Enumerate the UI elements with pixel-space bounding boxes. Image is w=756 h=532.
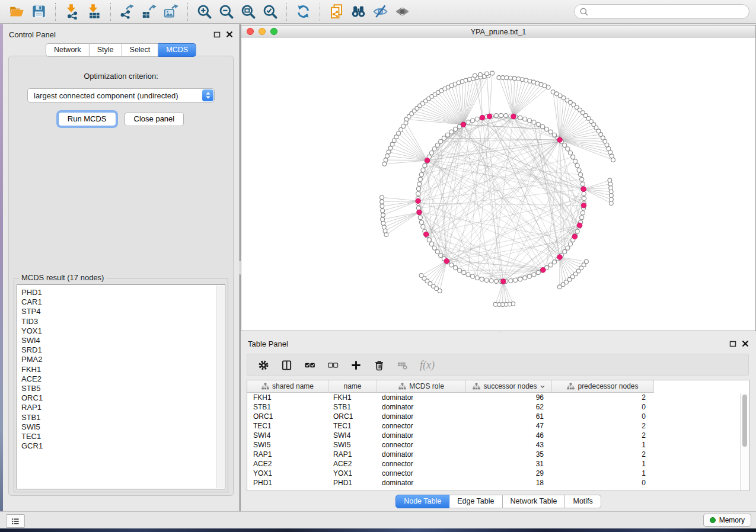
search-network-button[interactable]: [347, 2, 369, 22]
column-header-name[interactable]: name: [328, 380, 377, 393]
table-scrollbar[interactable]: [740, 393, 749, 491]
save-button[interactable]: [28, 2, 50, 22]
network-canvas[interactable]: [241, 38, 755, 331]
mcds-node-item[interactable]: SWI5: [21, 422, 225, 432]
mcds-node-item[interactable]: STB5: [21, 384, 225, 393]
toolbar-separator: [55, 3, 56, 21]
tab-style[interactable]: Style: [90, 43, 122, 57]
close-panel-button[interactable]: Close panel: [125, 112, 184, 126]
table-row[interactable]: PHD1PHD1dominator180: [247, 478, 749, 488]
table-cell: 1: [552, 460, 654, 468]
mcds-node-item[interactable]: ACE2: [21, 374, 225, 384]
tab-edge-table[interactable]: Edge Table: [449, 495, 502, 508]
hide-network-button[interactable]: [369, 2, 391, 22]
mcds-node-item[interactable]: PMA2: [21, 355, 225, 364]
table-row[interactable]: SWI5SWI5connector431: [247, 440, 749, 450]
table-row[interactable]: YOX1YOX1connector291: [247, 469, 749, 478]
export-table-button[interactable]: [138, 2, 160, 22]
task-history-button[interactable]: [6, 514, 25, 528]
search-input[interactable]: [589, 7, 749, 17]
mcds-node-item[interactable]: RAP1: [21, 403, 225, 412]
table-cell: dominator: [377, 403, 466, 411]
tab-network[interactable]: Network: [46, 43, 90, 57]
column-type-icon: [473, 383, 480, 390]
table-row[interactable]: FKH1FKH1dominator962: [247, 393, 749, 402]
import-network-button[interactable]: [61, 2, 83, 22]
zoom-selected-button[interactable]: [259, 2, 281, 22]
open-button[interactable]: [6, 2, 28, 22]
settings-button[interactable]: [258, 360, 269, 371]
run-mcds-button[interactable]: Run MCDS: [58, 112, 116, 126]
desktop-wallpaper-bottom-strip: [0, 528, 756, 532]
mcds-node-item[interactable]: YOX1: [21, 326, 225, 336]
column-header-predecessor-nodes[interactable]: predecessor nodes: [552, 380, 654, 393]
table-row[interactable]: STB1STB1dominator620: [247, 402, 749, 412]
zoom-in-button[interactable]: [193, 2, 215, 22]
export-network-icon: [119, 4, 135, 20]
mcds-node-item[interactable]: SWI4: [21, 336, 225, 345]
right-area: YPA_prune.txt_1 Table Panel f(x) shared …: [241, 24, 756, 511]
toolbar-groups: [6, 2, 413, 22]
add-button[interactable]: [350, 360, 362, 371]
table-panel: Table Panel f(x) shared namenameMCDS rol…: [241, 332, 756, 511]
memory-button[interactable]: Memory: [703, 514, 751, 527]
tab-network-table[interactable]: Network Table: [503, 495, 566, 508]
export-image-button[interactable]: [160, 2, 182, 22]
zoom-fit-button[interactable]: [237, 2, 259, 22]
table-toolbar: f(x): [247, 354, 749, 376]
close-panel-icon[interactable]: [226, 31, 233, 38]
mcds-result-list[interactable]: PHD1CAR1STP4TID3YOX1SWI4SRD1PMA2FKH1ACE2…: [17, 284, 225, 489]
table-row[interactable]: ORC1ORC1dominator610: [247, 412, 749, 421]
zoom-out-button[interactable]: [215, 2, 237, 22]
table-cell: 1: [552, 441, 654, 449]
show-network-button[interactable]: [391, 2, 413, 22]
network-graph[interactable]: [241, 38, 755, 331]
search-network-icon: [350, 4, 366, 20]
window-close-button[interactable]: [247, 28, 254, 35]
share-document-button[interactable]: [326, 2, 347, 22]
table-scrollbar-thumb[interactable]: [742, 395, 747, 447]
window-minimize-button[interactable]: [259, 28, 266, 35]
select-all-button[interactable]: [304, 360, 315, 371]
column-header-mcds-role[interactable]: MCDS role: [377, 380, 466, 393]
window-maximize-button[interactable]: [270, 28, 277, 35]
deselect-all-button[interactable]: [327, 360, 339, 371]
table-cell: connector: [377, 441, 466, 449]
tab-motifs[interactable]: Motifs: [565, 495, 601, 508]
float-table-panel-icon[interactable]: [729, 340, 736, 347]
refresh-button[interactable]: [292, 2, 314, 22]
network-window-titlebar[interactable]: YPA_prune.txt_1: [241, 25, 755, 39]
tab-select[interactable]: Select: [122, 43, 159, 57]
mcds-node-item[interactable]: ORC1: [21, 393, 225, 403]
mcds-node-item[interactable]: PHD1: [21, 288, 225, 297]
mcds-node-item[interactable]: STP4: [21, 307, 225, 316]
optimization-criterion-select[interactable]: largest connected component (undirected): [27, 88, 215, 102]
deselect-all-icon: [327, 360, 339, 371]
delete-button[interactable]: [374, 360, 385, 371]
close-table-panel-icon[interactable]: [742, 340, 749, 347]
float-panel-icon[interactable]: [213, 31, 221, 38]
mcds-node-item[interactable]: TID3: [21, 317, 225, 326]
table-row[interactable]: RAP1RAP1dominator352: [247, 450, 749, 459]
table-panel-tabs: Node TableEdge TableNetwork TableMotifs: [241, 495, 756, 508]
tab-mcds[interactable]: MCDS: [158, 43, 196, 57]
network-search-box[interactable]: [574, 4, 749, 19]
node-table[interactable]: shared namenameMCDS rolesuccessor nodesp…: [247, 380, 749, 491]
table-row[interactable]: TEC1TEC1connector472: [247, 421, 749, 431]
column-header-successor-nodes[interactable]: successor nodes: [466, 380, 552, 393]
show-column-button[interactable]: [281, 360, 292, 371]
export-network-button[interactable]: [116, 2, 138, 22]
mcds-result-scrollbar[interactable]: [216, 286, 224, 488]
mcds-node-item[interactable]: GCR1: [21, 441, 225, 451]
mcds-node-item[interactable]: SRD1: [21, 345, 225, 355]
mcds-node-item[interactable]: FKH1: [21, 365, 225, 374]
table-row[interactable]: ACE2ACE2connector311: [247, 459, 749, 469]
mcds-node-item[interactable]: CAR1: [21, 297, 225, 307]
import-table-button[interactable]: [83, 2, 105, 22]
column-header-shared-name[interactable]: shared name: [247, 380, 328, 393]
mcds-node-item[interactable]: TEC1: [21, 432, 225, 441]
tab-node-table[interactable]: Node Table: [395, 495, 449, 508]
table-row[interactable]: SWI4SWI4dominator462: [247, 431, 749, 440]
import-network-icon: [64, 4, 80, 20]
mcds-node-item[interactable]: STB1: [21, 413, 225, 422]
